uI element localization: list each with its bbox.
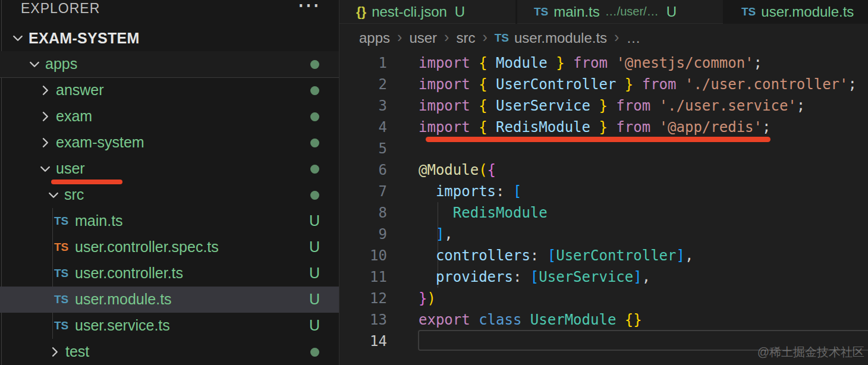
- code-line-3[interactable]: 3import { UserService } from './user.ser…: [339, 95, 868, 117]
- code-line-12[interactable]: 12}): [339, 288, 868, 309]
- tree-item-label: user.controller.ts: [75, 265, 183, 282]
- tree-item-label: main.ts: [75, 212, 123, 229]
- code-editor[interactable]: 1import { Module } from '@nestjs/common'…: [339, 52, 868, 365]
- breadcrumb-item-user.module.ts[interactable]: user.module.ts: [514, 30, 607, 46]
- code-line-4[interactable]: 4import { RedisModule } from '@app/redis…: [339, 117, 868, 138]
- tab-user.module.ts[interactable]: TSuser.module.ts: [725, 0, 868, 24]
- tree-item-label: test: [65, 343, 89, 360]
- typescript-file-icon: TS: [54, 293, 68, 306]
- code-line-6[interactable]: 6@Module({: [339, 159, 868, 181]
- tab-label: nest-cli.json: [372, 4, 447, 20]
- line-number[interactable]: 9: [339, 224, 387, 245]
- line-number[interactable]: 4: [339, 117, 387, 138]
- red-underline-annotation: [51, 180, 122, 184]
- tree-item-label: user.module.ts: [75, 291, 172, 308]
- code-line-2[interactable]: 2import { UserController } from './user.…: [339, 74, 868, 95]
- modified-dot-badge: [310, 165, 319, 174]
- chevron-down-icon: [27, 57, 42, 71]
- line-number[interactable]: 12: [339, 288, 387, 309]
- tree-item-label: exam-system: [56, 134, 144, 151]
- line-number[interactable]: 5: [339, 138, 387, 159]
- red-underline-annotation: [426, 137, 770, 142]
- code-line-9[interactable]: 9 ],: [339, 224, 868, 245]
- chevron-down-icon: [46, 188, 61, 202]
- code-line-13[interactable]: 13export class UserModule {}: [339, 309, 868, 331]
- code-line-7[interactable]: 7 imports: [: [339, 181, 868, 202]
- typescript-file-icon: TS: [54, 319, 68, 332]
- chevron-right-icon: [38, 109, 52, 124]
- line-number[interactable]: 3: [339, 95, 387, 117]
- chevron-right-icon: [38, 83, 52, 97]
- chevron-right-icon: ›: [614, 29, 619, 46]
- untracked-badge: U: [307, 212, 322, 229]
- tree-item-apps[interactable]: apps: [0, 51, 339, 78]
- code-line-1[interactable]: 1import { Module } from '@nestjs/common'…: [339, 52, 868, 74]
- chevron-right-icon: [48, 345, 62, 359]
- tree-item-test[interactable]: test: [0, 339, 339, 365]
- modified-dot-badge: [310, 112, 319, 121]
- tree-item-exam[interactable]: exam: [0, 103, 339, 130]
- tree-item-src[interactable]: src: [0, 182, 339, 208]
- code-text: import { RedisModule } from '@app/redis'…: [419, 117, 770, 138]
- tree-item-label: user: [56, 160, 85, 177]
- tree-item-label: answer: [56, 81, 104, 99]
- breadcrumb-item-…[interactable]: …: [626, 30, 640, 46]
- line-number[interactable]: 2: [339, 74, 387, 95]
- vscode-window: EXPLORER ⋯ EXAM-SYSTEM appsanswerexamexa…: [0, 0, 868, 365]
- tree-item-label: src: [64, 186, 84, 203]
- code-text: import { UserService } from './user.serv…: [419, 95, 805, 117]
- breadcrumb-item-user[interactable]: user: [409, 30, 437, 46]
- line-number[interactable]: 14: [339, 331, 387, 352]
- editor-area: {}nest-cli.jsonUTSmain.ts…/user/…UTSuser…: [339, 0, 868, 365]
- tree-item-label: user.controller.spec.ts: [75, 238, 219, 256]
- typescript-file-icon: TS: [741, 5, 756, 18]
- modified-dot-badge: [310, 348, 319, 357]
- line-number[interactable]: 7: [339, 181, 387, 202]
- code-line-8[interactable]: 8 RedisModule: [339, 202, 868, 224]
- typescript-file-icon: TS: [54, 241, 68, 254]
- chevron-right-icon: ›: [482, 29, 487, 46]
- editor-tabs: {}nest-cli.jsonUTSmain.ts…/user/…UTSuser…: [339, 0, 868, 24]
- code-line-10[interactable]: 10 controllers: [UserController],: [339, 245, 868, 266]
- breadcrumb-item-apps[interactable]: apps: [359, 30, 390, 46]
- chevron-right-icon: ›: [397, 29, 402, 46]
- chevron-down-icon: [11, 31, 25, 45]
- line-number[interactable]: 8: [339, 202, 387, 224]
- tree-item-main.ts[interactable]: TSmain.tsU: [0, 208, 339, 234]
- tab-nest-cli.json[interactable]: {}nest-cli.jsonU: [339, 0, 515, 24]
- tree-item-user.service.ts[interactable]: TSuser.service.tsU: [0, 313, 339, 339]
- tree-item-user.controller.ts[interactable]: TSuser.controller.tsU: [0, 260, 339, 287]
- tree-item-exam-system[interactable]: exam-system: [0, 130, 339, 156]
- tree-item-user.module.ts[interactable]: TSuser.module.tsU: [0, 287, 339, 313]
- tab-main.ts[interactable]: TSmain.ts…/user/…U: [517, 0, 723, 24]
- workspace-section-header[interactable]: EXAM-SYSTEM: [0, 25, 339, 51]
- code-text: @Module({: [419, 159, 496, 181]
- code-text: export class UserModule {}: [419, 309, 642, 331]
- modified-dot-badge: [310, 86, 319, 95]
- tab-label: user.module.ts: [761, 4, 854, 20]
- tree-item-label: apps: [45, 55, 77, 73]
- line-number[interactable]: 6: [339, 159, 387, 181]
- untracked-badge: U: [666, 4, 677, 20]
- modified-dot-badge: [310, 60, 319, 69]
- modified-dot-badge: [310, 191, 319, 200]
- breadcrumb-item-src[interactable]: src: [456, 30, 475, 46]
- modified-dot-badge: [310, 139, 319, 147]
- tab-label: main.ts: [553, 4, 599, 20]
- line-number[interactable]: 13: [339, 309, 387, 331]
- line-number[interactable]: 1: [339, 52, 387, 74]
- tree-item-user.controller.spec.ts[interactable]: TSuser.controller.spec.tsU: [0, 234, 339, 260]
- code-text: ],: [419, 224, 453, 245]
- tree-item-user[interactable]: user: [0, 156, 339, 182]
- tree-item-answer[interactable]: answer: [0, 77, 339, 103]
- code-line-11[interactable]: 11 providers: [UserService],: [339, 266, 868, 288]
- line-number[interactable]: 11: [339, 266, 387, 288]
- untracked-badge: U: [455, 4, 465, 20]
- typescript-file-icon: TS: [54, 215, 68, 228]
- breadcrumb: apps›user›src›TSuser.module.ts›…: [339, 24, 868, 52]
- tree-item-label: user.service.ts: [75, 317, 170, 334]
- code-text: imports: [: [419, 181, 521, 202]
- untracked-badge: U: [307, 265, 322, 282]
- line-number[interactable]: 10: [339, 245, 387, 266]
- more-actions-icon[interactable]: ⋯: [297, 0, 320, 18]
